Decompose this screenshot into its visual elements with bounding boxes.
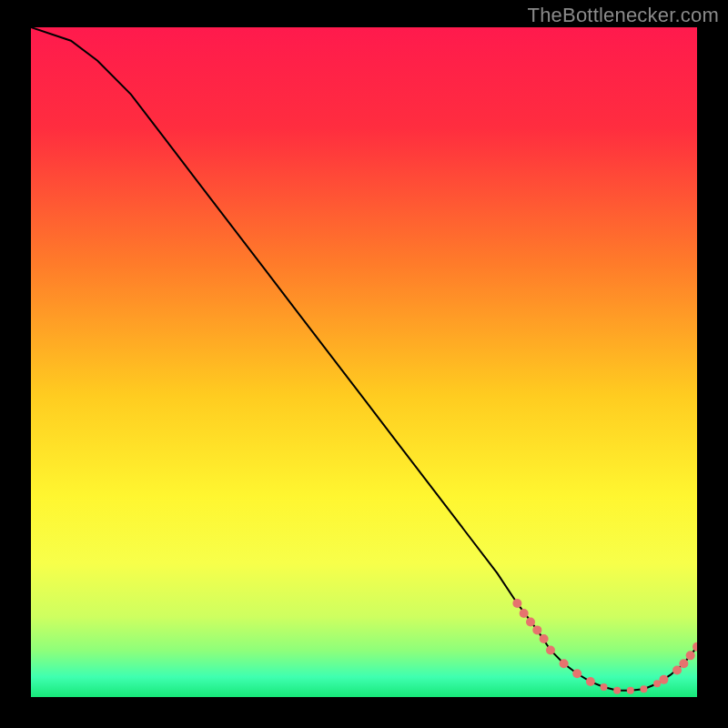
data-point (601, 683, 608, 691)
chart-frame: TheBottlenecker.com (0, 0, 728, 728)
data-point (532, 625, 541, 634)
data-point (526, 618, 535, 627)
data-point (640, 685, 647, 693)
data-point (520, 609, 529, 618)
data-point (512, 599, 521, 608)
data-point (572, 669, 581, 678)
data-point (679, 659, 688, 668)
data-point (686, 651, 695, 660)
data-point (560, 659, 569, 668)
data-point (672, 666, 682, 675)
heat-gradient-background (31, 27, 697, 697)
watermark-label: TheBottlenecker.com (528, 4, 719, 27)
data-point (659, 675, 668, 684)
data-point (546, 645, 555, 654)
bottleneck-curve-chart (31, 27, 697, 697)
data-point (540, 634, 549, 643)
plot-area (31, 27, 697, 697)
data-point (586, 677, 595, 686)
data-point (613, 687, 621, 694)
data-point (627, 687, 634, 694)
